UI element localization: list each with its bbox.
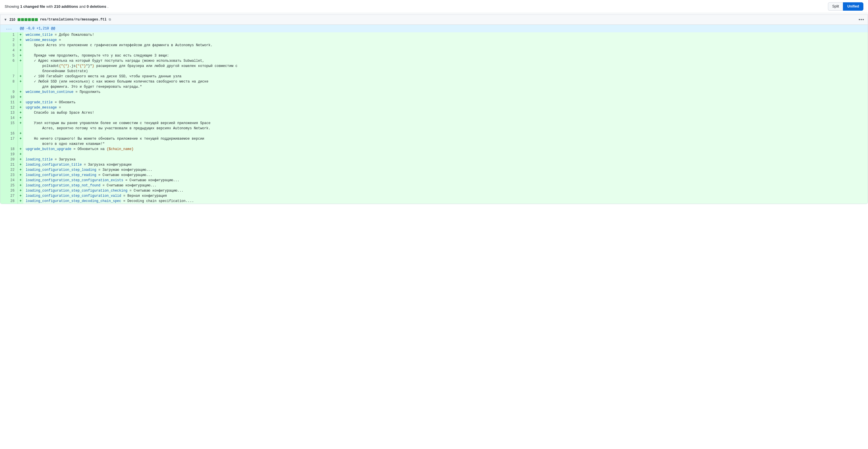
line-number: 14 — [0, 115, 18, 121]
unified-button[interactable]: Unified — [843, 2, 863, 11]
line-code: Узел которым вы ранее управляли более не… — [23, 121, 868, 131]
table-row: 23 + loading_configuration_step_reading … — [0, 173, 868, 178]
line-number: 24 — [0, 178, 18, 183]
line-number: 9 — [0, 89, 18, 95]
line-sign: + — [18, 183, 23, 188]
changed-count: 1 changed file — [20, 4, 45, 9]
line-sign: + — [18, 37, 23, 43]
add-block-3 — [25, 18, 27, 21]
table-row: 25 + loading_configuration_step_not_foun… — [0, 183, 868, 188]
line-code: ✓ Адрес кошелька на который будут поступ… — [23, 58, 868, 74]
line-number: 27 — [0, 193, 18, 199]
table-row: 28 + loading_configuration_step_decoding… — [0, 199, 868, 204]
table-row: 21 + loading_configuration_title = Загру… — [0, 162, 868, 168]
line-number: 4 — [0, 48, 18, 53]
line-code — [23, 131, 868, 136]
line-code: welcome_title = Добро Пожаловать! — [23, 32, 868, 37]
table-row: 8 + ✓ Любой SSD (или несколько) с как мо… — [0, 79, 868, 89]
line-sign: + — [18, 95, 23, 100]
line-number: 13 — [0, 110, 18, 115]
table-row: 2 + welcome_message = — [0, 37, 868, 43]
line-number: 10 — [0, 95, 18, 100]
table-row: 1 + welcome_title = Добро Пожаловать! — [0, 32, 868, 37]
line-code: upgrade_message = — [23, 105, 868, 110]
table-row: 18 + upgrade_button_upgrade = Обновиться… — [0, 147, 868, 152]
table-row: 15 + Узел которым вы ранее управляли бол… — [0, 121, 868, 131]
line-number: 23 — [0, 173, 18, 178]
line-code — [23, 115, 868, 121]
line-code: Но ничего страшного! Вы можете обновить … — [23, 136, 868, 147]
line-sign: + — [18, 193, 23, 199]
add-block-2 — [21, 18, 24, 21]
diff-table: ... @@ -0,0 +1,210 @@ 1 + welcome_title … — [0, 25, 868, 204]
line-code: Спасибо за выбор Space Acres! — [23, 110, 868, 115]
line-number: 11 — [0, 100, 18, 105]
line-code: loading_configuration_step_loading = Заг… — [23, 168, 868, 173]
table-row: 27 + loading_configuration_step_configur… — [0, 193, 868, 199]
line-number: 12 — [0, 105, 18, 110]
deletions-count: 0 deletions — [87, 4, 106, 9]
line-number: 21 — [0, 162, 18, 168]
table-row: 26 + loading_configuration_step_configur… — [0, 188, 868, 193]
line-number: 7 — [0, 74, 18, 79]
line-code: loading_configuration_step_configuration… — [23, 188, 868, 193]
add-block-4 — [28, 18, 31, 21]
line-sign: + — [18, 53, 23, 58]
line-sign: + — [18, 131, 23, 136]
hunk-expand[interactable]: ... — [0, 25, 18, 32]
line-code: loading_configuration_step_configuration… — [23, 193, 868, 199]
line-number: 8 — [0, 79, 18, 89]
line-code: upgrade_title = Обновить — [23, 100, 868, 105]
line-number: 2 — [0, 37, 18, 43]
line-sign: + — [18, 173, 23, 178]
table-row: 3 + Space Acres это приложение с графиче… — [0, 43, 868, 48]
line-sign: + — [18, 43, 23, 48]
line-sign: + — [18, 168, 23, 173]
table-row: 7 + ✓ 100 Гигабайт свободного места на д… — [0, 74, 868, 79]
more-options-button[interactable]: ••• — [859, 17, 864, 22]
line-sign: + — [18, 162, 23, 168]
table-row: 24 + loading_configuration_step_configur… — [0, 178, 868, 183]
line-sign: + — [18, 105, 23, 110]
line-code: loading_title = Загрузка — [23, 157, 868, 162]
table-row: 6 + ✓ Адрес кошелька на который будут по… — [0, 58, 868, 74]
table-row: 16 + — [0, 131, 868, 136]
line-number: 28 — [0, 199, 18, 204]
line-sign: + — [18, 199, 23, 204]
line-code: loading_configuration_step_decoding_chai… — [23, 199, 868, 204]
line-number: 1 — [0, 32, 18, 37]
line-code: loading_configuration_step_configuration… — [23, 178, 868, 183]
line-sign: + — [18, 152, 23, 157]
line-number: 20 — [0, 157, 18, 162]
line-code: loading_configuration_step_not_found = С… — [23, 183, 868, 188]
line-sign: + — [18, 100, 23, 105]
add-block-5 — [31, 18, 34, 21]
line-sign: + — [18, 89, 23, 95]
and-text: and — [79, 4, 86, 9]
with-text: with — [46, 4, 53, 9]
line-number: 16 — [0, 131, 18, 136]
table-row: 10 + — [0, 95, 868, 100]
table-row: 14 + — [0, 115, 868, 121]
diff-summary: Showing 1 changed file with 210 addition… — [5, 4, 108, 9]
additions-count: 210 additions — [54, 4, 78, 9]
line-sign: + — [18, 48, 23, 53]
table-row: 12 + upgrade_message = — [0, 105, 868, 110]
line-sign: + — [18, 178, 23, 183]
table-row: 20 + loading_title = Загрузка — [0, 157, 868, 162]
line-sign: + — [18, 110, 23, 115]
line-sign: + — [18, 147, 23, 152]
view-toggle: Split Unified — [828, 2, 863, 11]
line-sign: + — [18, 188, 23, 193]
collapse-icon[interactable]: ▼ — [4, 18, 7, 22]
table-row: 11 + upgrade_title = Обновить — [0, 100, 868, 105]
file-header-left: ▼ 210 res/translations/ru/messages.ftl ⧉ — [4, 18, 111, 22]
showing-text: Showing — [5, 4, 19, 9]
copy-icon[interactable]: ⧉ — [109, 18, 111, 21]
line-number: 25 — [0, 183, 18, 188]
table-row: 17 + Но ничего страшного! Вы можете обно… — [0, 136, 868, 147]
top-bar: Showing 1 changed file with 210 addition… — [0, 0, 868, 13]
line-code: Прежде чем продолжить, проверьте что у в… — [23, 53, 868, 58]
line-code: ✓ Любой SSD (или несколько) с как можно … — [23, 79, 868, 89]
split-button[interactable]: Split — [828, 2, 843, 11]
